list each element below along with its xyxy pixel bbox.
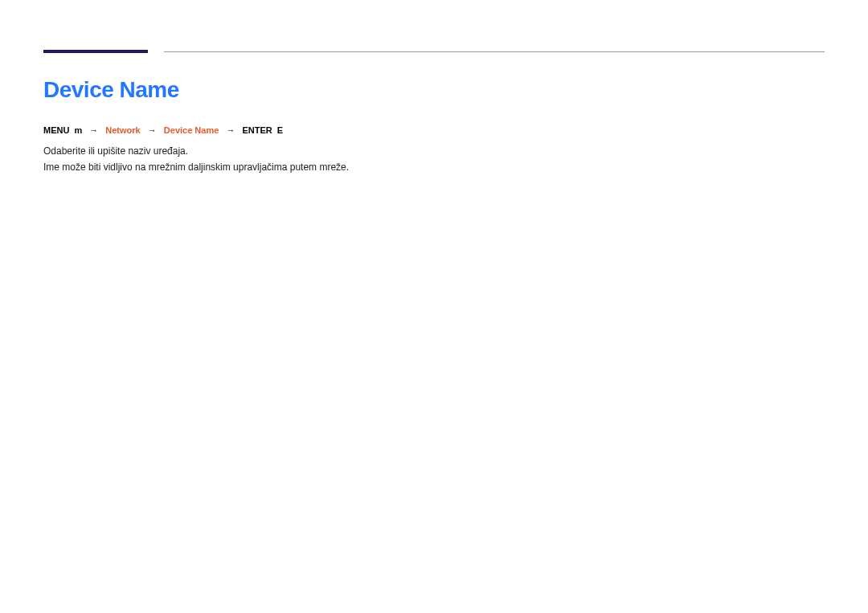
- menu-icon: m: [74, 125, 82, 135]
- accent-bar: [43, 50, 148, 53]
- menu-network: Network: [105, 125, 140, 135]
- menu-breadcrumb: MENUm → Network → Device Name → ENTERE: [43, 125, 825, 135]
- description-line-2: Ime može biti vidljivo na mrežnim daljin…: [43, 159, 825, 175]
- menu-device-name: Device Name: [164, 125, 219, 135]
- arrow-icon: →: [148, 125, 157, 135]
- horizontal-rule: [164, 51, 825, 52]
- enter-icon: E: [277, 125, 283, 135]
- arrow-icon: →: [226, 125, 235, 135]
- enter-label: ENTER: [242, 125, 272, 135]
- description-line-1: Odaberite ili upišite naziv uređaja.: [43, 143, 825, 159]
- arrow-icon: →: [89, 125, 98, 135]
- top-divider: [43, 50, 825, 53]
- menu-label: MENU: [43, 125, 69, 135]
- document-page: Device Name MENUm → Network → Device Nam…: [0, 0, 868, 176]
- page-title: Device Name: [43, 77, 825, 103]
